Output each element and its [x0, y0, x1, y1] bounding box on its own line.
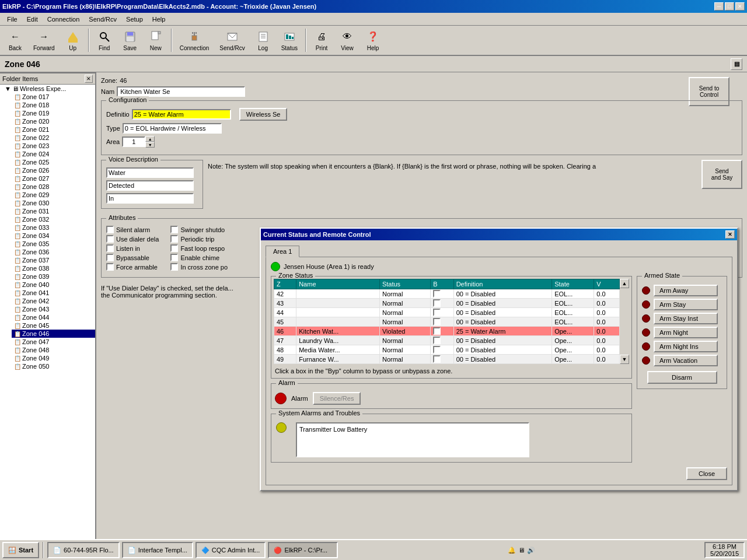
sidebar-item-zone049[interactable]: 📋Zone 049 — [12, 354, 95, 362]
tree-root-item[interactable]: ▼ 🖥 Wireless Expe... — [2, 85, 95, 93]
sidebar-item-zone031[interactable]: 📋Zone 031 — [12, 207, 95, 215]
sidebar-item-zone019[interactable]: 📋Zone 019 — [12, 109, 95, 117]
enable-chime-checkbox[interactable] — [170, 254, 178, 261]
sidebar-item-zone041[interactable]: 📋Zone 041 — [12, 289, 95, 297]
sidebar-item-zone028[interactable]: 📋Zone 028 — [12, 183, 95, 191]
sidebar-item-zone017[interactable]: 📋Zone 017 — [12, 93, 95, 101]
sidebar-item-zone025[interactable]: 📋Zone 025 — [12, 158, 95, 166]
menu-send-rcv[interactable]: Send/Rcv — [84, 15, 121, 24]
sidebar-item-zone023[interactable]: 📋Zone 023 — [12, 142, 95, 150]
forward-button[interactable]: → Forward — [29, 28, 59, 53]
view-button[interactable]: 👁 View — [336, 28, 359, 53]
area-increment-button[interactable]: ▲ — [145, 136, 155, 142]
taskbar-item-4[interactable]: 🔴 ElkRP - C:\Pr... — [268, 542, 338, 558]
sidebar-item-zone045[interactable]: 📋Zone 045 — [12, 321, 95, 330]
byp-checkbox-46[interactable] — [433, 327, 441, 335]
bypassable-checkbox[interactable] — [106, 254, 114, 261]
sidebar-close-button[interactable]: ✕ — [85, 75, 93, 83]
sidebar-item-zone029[interactable]: 📋Zone 029 — [12, 191, 95, 199]
sidebar-item-zone048[interactable]: 📋Zone 048 — [12, 346, 95, 354]
byp-checkbox-47[interactable] — [433, 337, 441, 344]
sidebar-item-zone020[interactable]: 📋Zone 020 — [12, 117, 95, 125]
sidebar-item-zone050[interactable]: 📋Zone 050 — [12, 362, 95, 370]
cross-zone-checkbox[interactable] — [170, 263, 178, 271]
log-button[interactable]: Log — [252, 28, 275, 53]
sidebar-item-zone047[interactable]: 📋Zone 047 — [12, 338, 95, 346]
taskbar-item-1[interactable]: 📄 60-744-95R Flo... — [47, 542, 120, 558]
menu-file[interactable]: File — [2, 15, 22, 24]
periodic-checkbox[interactable] — [170, 235, 178, 243]
scroll-down-button[interactable]: ▼ — [620, 355, 629, 364]
send-and-say-button[interactable]: Sendand Say — [701, 160, 742, 189]
sidebar-item-zone043[interactable]: 📋Zone 043 — [12, 305, 95, 313]
menu-help[interactable]: Help — [148, 15, 170, 24]
new-button[interactable]: New — [144, 28, 167, 53]
sidebar-item-zone036[interactable]: 📋Zone 036 — [12, 248, 95, 256]
arm-away-button[interactable]: Arm Away — [654, 285, 718, 296]
sidebar-item-zone021[interactable]: 📋Zone 021 — [12, 125, 95, 134]
sidebar-item-zone022[interactable]: 📋Zone 022 — [12, 134, 95, 142]
arm-vacation-button[interactable]: Arm Vacation — [654, 355, 718, 366]
dialog-close-button[interactable]: ✕ — [725, 230, 735, 239]
sidebar-item-zone035[interactable]: 📋Zone 035 — [12, 240, 95, 248]
up-button[interactable]: Up — [61, 28, 85, 53]
area-decrement-button[interactable]: ▼ — [145, 142, 155, 148]
arm-stay-inst-button[interactable]: Arm Stay Inst — [654, 313, 718, 324]
sidebar-item-zone038[interactable]: 📋Zone 038 — [12, 264, 95, 272]
sidebar-item-zone026[interactable]: 📋Zone 026 — [12, 166, 95, 174]
sidebar-item-zone030[interactable]: 📋Zone 030 — [12, 199, 95, 207]
start-button[interactable]: 🪟 Start — [2, 542, 39, 558]
page-title-button[interactable]: ▤ — [731, 58, 742, 70]
sidebar-item-zone032[interactable]: 📋Zone 032 — [12, 215, 95, 223]
back-button[interactable]: ← Back — [4, 28, 27, 53]
sidebar-item-zone040[interactable]: 📋Zone 040 — [12, 281, 95, 289]
send-rcv-button[interactable]: Send/Rcv — [215, 28, 249, 53]
silence-reset-button[interactable]: Silence/Res — [313, 392, 361, 405]
taskbar-item-3[interactable]: 🔷 CQC Admin Int... — [196, 542, 266, 558]
sidebar-item-zone018[interactable]: 📋Zone 018 — [12, 101, 95, 109]
swinger-checkbox[interactable] — [170, 226, 178, 233]
menu-setup[interactable]: Setup — [121, 15, 148, 24]
sidebar-item-zone037[interactable]: 📋Zone 037 — [12, 256, 95, 264]
type-select[interactable]: 0 = EOL Hardwire / Wireless — [123, 123, 222, 134]
voice-dropdown-2[interactable]: Detected — [106, 180, 194, 191]
voice-dropdown-3[interactable]: In — [106, 193, 194, 204]
sidebar-item-zone039[interactable]: 📋Zone 039 — [12, 272, 95, 281]
status-button[interactable]: Status — [277, 28, 302, 53]
save-button[interactable]: Save — [118, 28, 142, 53]
taskbar-item-2[interactable]: 📄 Interface Templ... — [122, 542, 193, 558]
byp-checkbox-42[interactable] — [433, 290, 441, 298]
help-button[interactable]: ❓ Help — [361, 28, 385, 53]
force-armable-checkbox[interactable] — [106, 263, 114, 271]
close-button[interactable]: ✕ — [735, 2, 745, 10]
silent-alarm-checkbox[interactable] — [106, 226, 114, 233]
sidebar-item-zone044[interactable]: 📋Zone 044 — [12, 313, 95, 321]
byp-checkbox-45[interactable] — [433, 318, 441, 326]
arm-stay-button[interactable]: Arm Stay — [654, 299, 718, 310]
menu-connection[interactable]: Connection — [43, 15, 85, 24]
sidebar-item-zone042[interactable]: 📋Zone 042 — [12, 297, 95, 305]
name-input[interactable] — [117, 86, 245, 97]
sidebar-item-zone034[interactable]: 📋Zone 034 — [12, 232, 95, 240]
minimize-button[interactable]: ─ — [714, 2, 724, 10]
byp-checkbox-43[interactable] — [433, 299, 441, 307]
voice-dropdown-1[interactable]: Water — [106, 167, 194, 178]
scroll-up-button[interactable]: ▲ — [620, 279, 629, 288]
wireless-se-button[interactable]: Wireless Se — [239, 108, 288, 121]
print-button[interactable]: 🖨 Print — [310, 28, 333, 53]
sidebar-item-zone046[interactable]: 📋Zone 046 — [12, 330, 95, 338]
menu-edit[interactable]: Edit — [22, 15, 43, 24]
use-dialer-checkbox[interactable] — [106, 235, 114, 243]
definition-select[interactable]: 25 = Water Alarm — [132, 109, 231, 120]
byp-checkbox-49[interactable] — [433, 355, 441, 363]
byp-checkbox-48[interactable] — [433, 346, 441, 354]
area-input[interactable] — [122, 136, 145, 147]
arm-night-button[interactable]: Arm Night — [654, 327, 718, 338]
arm-night-ins-button[interactable]: Arm Night Ins — [654, 341, 718, 352]
sidebar-item-zone027[interactable]: 📋Zone 027 — [12, 174, 95, 183]
sidebar-item-zone024[interactable]: 📋Zone 024 — [12, 150, 95, 158]
sidebar-item-zone033[interactable]: 📋Zone 033 — [12, 223, 95, 232]
connection-button[interactable]: Connection — [176, 28, 214, 53]
tab-area1[interactable]: Area 1 — [266, 246, 299, 257]
disarm-button[interactable]: Disarm — [647, 371, 717, 384]
